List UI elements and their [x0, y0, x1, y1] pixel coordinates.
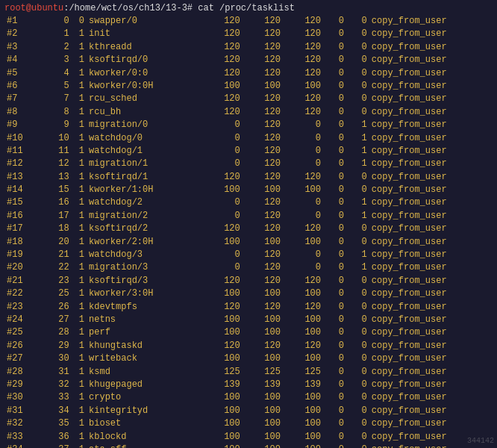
task-n1: 100 — [202, 431, 243, 444]
task-n5: 1 — [346, 196, 369, 209]
task-name: watchdog/2 — [87, 196, 202, 209]
task-state: copy_from_user — [369, 417, 493, 430]
task-n5: 0 — [346, 223, 369, 235]
task-n4: 0 — [323, 119, 346, 131]
task-id: #4 — [4, 54, 39, 66]
task-n5: 0 — [346, 93, 369, 105]
task-pid: 5 — [39, 80, 71, 93]
task-n1: 120 — [202, 223, 243, 235]
task-n2: 100 — [243, 184, 283, 196]
task-n2: 120 — [243, 196, 283, 209]
task-prio: 1 — [72, 444, 87, 448]
task-n1: 100 — [202, 417, 243, 430]
task-name: ksoftirqd/1 — [87, 171, 202, 184]
task-name: kworker/2:0H — [87, 236, 202, 249]
task-state: copy_from_user — [369, 145, 493, 158]
task-name: bioset — [87, 417, 202, 430]
task-name: watchdog/0 — [87, 132, 202, 145]
task-state: copy_from_user — [369, 366, 493, 379]
task-id: #26 — [4, 340, 39, 352]
table-row: #28 31 1 ksmd 125 125 125 0 0 copy_from_… — [4, 366, 493, 379]
task-pid: 31 — [39, 366, 71, 379]
task-n2: 120 — [243, 171, 283, 184]
task-n3: 100 — [283, 326, 323, 339]
task-n2: 100 — [243, 391, 283, 404]
task-n4: 0 — [323, 314, 346, 326]
task-name: ksoftirqd/3 — [87, 275, 202, 287]
table-row: #25 28 1 perf 100 100 100 0 0 copy_from_… — [4, 326, 493, 339]
task-n1: 0 — [202, 210, 243, 223]
task-n1: 120 — [202, 41, 243, 54]
table-row: #20 22 1 migration/3 0 120 0 0 1 copy_fr… — [4, 261, 493, 274]
task-n4: 0 — [323, 431, 346, 444]
prompt-cmd: cat /proc/tasklist — [193, 3, 295, 13]
task-n2: 120 — [243, 106, 283, 119]
table-row: #34 37 1 ata_sff 100 100 100 0 0 copy_fr… — [4, 444, 493, 448]
task-pid: 25 — [39, 287, 71, 300]
table-row: #31 34 1 kintegrityd 100 100 100 0 0 cop… — [4, 405, 493, 417]
task-n5: 0 — [346, 15, 369, 28]
task-name: watchdog/3 — [87, 249, 202, 261]
table-row: #5 4 1 kworker/0:0 120 120 120 0 0 copy_… — [4, 67, 493, 80]
task-n5: 0 — [346, 431, 369, 444]
task-id: #24 — [4, 314, 39, 326]
task-n5: 0 — [346, 171, 369, 184]
task-n5: 0 — [346, 417, 369, 430]
task-name: init — [87, 28, 202, 40]
task-n4: 0 — [323, 352, 346, 365]
task-id: #16 — [4, 210, 39, 223]
task-prio: 1 — [72, 431, 87, 444]
task-name: kworker/0:0H — [87, 80, 202, 93]
task-n1: 0 — [202, 196, 243, 209]
task-n5: 0 — [346, 405, 369, 417]
task-name: kworker/0:0 — [87, 67, 202, 80]
task-prio: 1 — [72, 275, 87, 287]
task-id: #28 — [4, 366, 39, 379]
task-n5: 0 — [346, 54, 369, 66]
task-prio: 1 — [72, 184, 87, 196]
task-id: #33 — [4, 431, 39, 444]
task-pid: 16 — [39, 196, 71, 209]
task-n4: 0 — [323, 249, 346, 261]
task-n1: 0 — [202, 145, 243, 158]
task-n5: 0 — [346, 28, 369, 40]
task-n4: 0 — [323, 15, 346, 28]
task-n1: 120 — [202, 54, 243, 66]
task-state: copy_from_user — [369, 210, 493, 223]
task-n2: 120 — [243, 28, 283, 40]
task-id: #29 — [4, 379, 39, 391]
table-row: #18 20 1 kworker/2:0H 100 100 100 0 0 co… — [4, 236, 493, 249]
task-prio: 1 — [72, 119, 87, 131]
task-state: copy_from_user — [369, 119, 493, 131]
task-n5: 0 — [346, 41, 369, 54]
task-n1: 100 — [202, 184, 243, 196]
task-name: kdevtmpfs — [87, 301, 202, 314]
task-n3: 0 — [283, 145, 323, 158]
task-n2: 120 — [243, 67, 283, 80]
task-n3: 100 — [283, 431, 323, 444]
task-id: #6 — [4, 80, 39, 93]
task-prio: 1 — [72, 223, 87, 235]
task-name: writeback — [87, 352, 202, 365]
task-n1: 100 — [202, 236, 243, 249]
task-n3: 120 — [283, 275, 323, 287]
task-n4: 0 — [323, 261, 346, 274]
task-n3: 120 — [283, 15, 323, 28]
task-prio: 1 — [72, 405, 87, 417]
task-n3: 125 — [283, 366, 323, 379]
task-n5: 0 — [346, 301, 369, 314]
task-name: migration/3 — [87, 261, 202, 274]
table-row: #19 21 1 watchdog/3 0 120 0 0 1 copy_fro… — [4, 249, 493, 261]
task-n3: 120 — [283, 67, 323, 80]
task-id: #19 — [4, 249, 39, 261]
table-row: #30 33 1 crypto 100 100 100 0 0 copy_fro… — [4, 391, 493, 404]
task-prio: 1 — [72, 41, 87, 54]
task-prio: 1 — [72, 145, 87, 158]
task-state: copy_from_user — [369, 405, 493, 417]
table-row: #32 35 1 bioset 100 100 100 0 0 copy_fro… — [4, 417, 493, 430]
task-name: swapper/0 — [87, 15, 202, 28]
task-state: copy_from_user — [369, 196, 493, 209]
task-n4: 0 — [323, 223, 346, 235]
task-n4: 0 — [323, 417, 346, 430]
task-n2: 100 — [243, 352, 283, 365]
